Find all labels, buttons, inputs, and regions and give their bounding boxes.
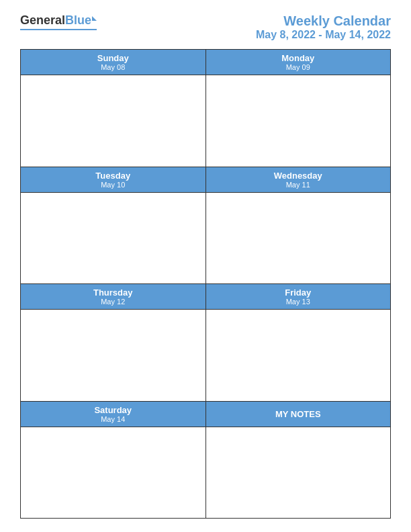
monday-header: Monday May 09 <box>206 50 391 75</box>
tuesday-header: Tuesday May 10 <box>21 167 206 192</box>
monday-cell <box>206 75 391 167</box>
tuesday-name: Tuesday <box>21 171 205 181</box>
section-3-body <box>21 310 390 401</box>
tuesday-date: May 10 <box>21 181 205 189</box>
friday-cell <box>206 310 391 401</box>
sunday-date: May 08 <box>21 63 205 71</box>
monday-date: May 09 <box>206 63 391 71</box>
tuesday-cell <box>21 193 206 284</box>
wednesday-name: Wednesday <box>206 171 391 181</box>
notes-cell-body <box>206 427 391 519</box>
logo-blue: Blue <box>65 13 91 28</box>
my-notes-name: MY NOTES <box>275 409 321 419</box>
section-2-body <box>21 193 390 284</box>
calendar-subtitle: May 8, 2022 - May 14, 2022 <box>256 29 391 41</box>
section-3: Thursday May 12 Friday May 13 <box>21 284 390 402</box>
saturday-date: May 14 <box>21 415 205 423</box>
logo-general: General <box>20 13 65 28</box>
saturday-header: Saturday May 14 <box>21 402 206 427</box>
monday-name: Monday <box>206 53 391 63</box>
wednesday-header: Wednesday May 11 <box>206 167 391 192</box>
section-1-body <box>21 75 390 167</box>
sunday-header: Sunday May 08 <box>21 50 206 75</box>
sunday-cell <box>21 75 206 167</box>
friday-date: May 13 <box>206 298 391 306</box>
friday-name: Friday <box>206 287 391 298</box>
section-2-header: Tuesday May 10 Wednesday May 11 <box>21 167 390 193</box>
sunday-name: Sunday <box>21 53 205 63</box>
my-notes-header: MY NOTES <box>206 402 391 427</box>
wednesday-date: May 11 <box>206 181 391 189</box>
saturday-name: Saturday <box>21 405 205 415</box>
section-4: Saturday May 14 MY NOTES <box>21 402 390 519</box>
thursday-cell <box>21 310 206 401</box>
page: General Blue Weekly Calendar May 8, 2022… <box>0 0 411 532</box>
wednesday-cell <box>206 193 391 284</box>
thursday-date: May 12 <box>21 298 205 306</box>
friday-header: Friday May 13 <box>206 284 391 309</box>
section-1-header: Sunday May 08 Monday May 09 <box>21 50 390 75</box>
section-4-body <box>21 427 390 519</box>
logo-text: General Blue <box>20 13 97 28</box>
saturday-cell <box>21 427 206 519</box>
section-1: Sunday May 08 Monday May 09 <box>21 50 390 167</box>
thursday-name: Thursday <box>21 287 205 298</box>
logo-underline <box>20 29 97 30</box>
header-title: Weekly Calendar May 8, 2022 - May 14, 20… <box>256 13 391 41</box>
section-2: Tuesday May 10 Wednesday May 11 <box>21 167 390 285</box>
section-3-header: Thursday May 12 Friday May 13 <box>21 284 390 310</box>
logo-triangle-icon <box>92 16 97 21</box>
header: General Blue Weekly Calendar May 8, 2022… <box>20 13 391 41</box>
calendar-title: Weekly Calendar <box>256 13 391 29</box>
calendar-grid: Sunday May 08 Monday May 09 Tuesday May … <box>20 49 391 519</box>
section-4-header: Saturday May 14 MY NOTES <box>21 402 390 427</box>
thursday-header: Thursday May 12 <box>21 284 206 309</box>
logo: General Blue <box>20 13 97 30</box>
